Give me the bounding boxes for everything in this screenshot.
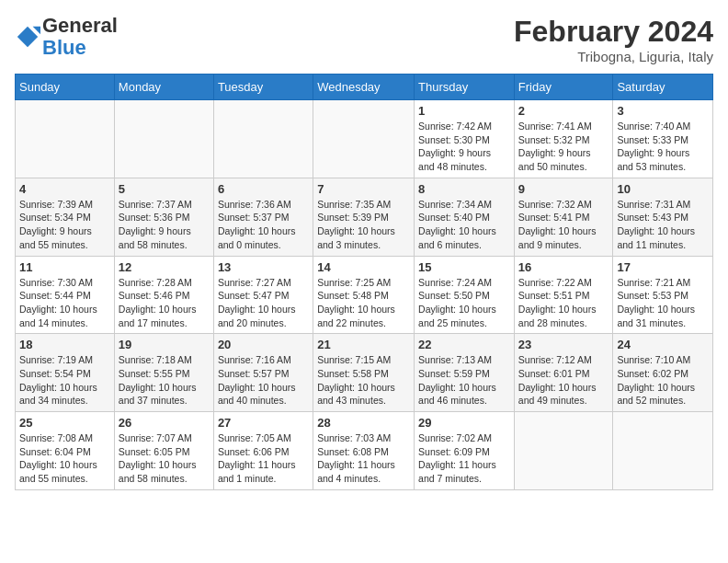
day-number: 15 bbox=[418, 260, 510, 274]
page-header: General Blue February 2024 Tribogna, Lig… bbox=[15, 15, 713, 64]
day-info: Sunrise: 7:35 AM Sunset: 5:39 PM Dayligh… bbox=[317, 198, 410, 252]
calendar-cell: 15Sunrise: 7:24 AM Sunset: 5:50 PM Dayli… bbox=[415, 256, 515, 334]
day-number: 3 bbox=[617, 104, 709, 118]
day-number: 27 bbox=[218, 416, 309, 430]
day-info: Sunrise: 7:27 AM Sunset: 5:47 PM Dayligh… bbox=[218, 276, 309, 330]
day-info: Sunrise: 7:36 AM Sunset: 5:37 PM Dayligh… bbox=[218, 198, 309, 252]
day-number: 14 bbox=[317, 260, 410, 274]
day-number: 4 bbox=[19, 182, 110, 196]
day-info: Sunrise: 7:41 AM Sunset: 5:32 PM Dayligh… bbox=[518, 120, 609, 174]
day-info: Sunrise: 7:21 AM Sunset: 5:53 PM Dayligh… bbox=[617, 276, 709, 330]
location: Tribogna, Liguria, Italy bbox=[514, 49, 713, 64]
day-info: Sunrise: 7:07 AM Sunset: 6:05 PM Dayligh… bbox=[119, 431, 210, 486]
day-number: 9 bbox=[518, 182, 609, 196]
calendar-cell: 4Sunrise: 7:39 AM Sunset: 5:34 PM Daylig… bbox=[16, 178, 115, 256]
day-number: 24 bbox=[617, 338, 709, 351]
day-info: Sunrise: 7:34 AM Sunset: 5:40 PM Dayligh… bbox=[418, 198, 510, 252]
header-day: Wednesday bbox=[313, 75, 415, 100]
calendar-cell: 23Sunrise: 7:12 AM Sunset: 6:01 PM Dayli… bbox=[514, 334, 613, 412]
calendar-cell: 29Sunrise: 7:02 AM Sunset: 6:09 PM Dayli… bbox=[415, 412, 515, 490]
day-number: 17 bbox=[617, 260, 709, 274]
header-row: SundayMondayTuesdayWednesdayThursdayFrid… bbox=[16, 75, 713, 100]
day-number: 16 bbox=[518, 260, 609, 274]
calendar-cell: 22Sunrise: 7:13 AM Sunset: 5:59 PM Dayli… bbox=[415, 334, 515, 412]
calendar-week: 18Sunrise: 7:19 AM Sunset: 5:54 PM Dayli… bbox=[16, 334, 713, 412]
day-number: 12 bbox=[119, 260, 210, 274]
calendar-cell bbox=[114, 100, 213, 178]
day-number: 1 bbox=[418, 104, 510, 118]
calendar-cell: 1Sunrise: 7:42 AM Sunset: 5:30 PM Daylig… bbox=[415, 100, 515, 178]
header-day: Sunday bbox=[16, 75, 115, 100]
calendar-cell: 9Sunrise: 7:32 AM Sunset: 5:41 PM Daylig… bbox=[514, 178, 613, 256]
svg-marker-0 bbox=[17, 27, 38, 47]
day-info: Sunrise: 7:37 AM Sunset: 5:36 PM Dayligh… bbox=[119, 198, 210, 252]
day-info: Sunrise: 7:19 AM Sunset: 5:54 PM Dayligh… bbox=[19, 353, 110, 408]
title-area: February 2024 Tribogna, Liguria, Italy bbox=[514, 15, 713, 64]
calendar-cell bbox=[313, 100, 415, 178]
calendar-cell: 18Sunrise: 7:19 AM Sunset: 5:54 PM Dayli… bbox=[16, 334, 115, 412]
header-day: Tuesday bbox=[213, 75, 313, 100]
day-info: Sunrise: 7:05 AM Sunset: 6:06 PM Dayligh… bbox=[218, 431, 309, 486]
day-number: 26 bbox=[119, 416, 210, 430]
calendar-cell: 21Sunrise: 7:15 AM Sunset: 5:58 PM Dayli… bbox=[313, 334, 415, 412]
day-info: Sunrise: 7:18 AM Sunset: 5:55 PM Dayligh… bbox=[119, 353, 210, 408]
day-number: 8 bbox=[418, 182, 510, 196]
day-info: Sunrise: 7:22 AM Sunset: 5:51 PM Dayligh… bbox=[518, 276, 609, 330]
calendar-cell: 13Sunrise: 7:27 AM Sunset: 5:47 PM Dayli… bbox=[213, 256, 313, 334]
calendar-cell: 14Sunrise: 7:25 AM Sunset: 5:48 PM Dayli… bbox=[313, 256, 415, 334]
day-info: Sunrise: 7:02 AM Sunset: 6:09 PM Dayligh… bbox=[418, 431, 510, 486]
calendar-cell bbox=[514, 412, 613, 490]
calendar-week: 4Sunrise: 7:39 AM Sunset: 5:34 PM Daylig… bbox=[16, 178, 713, 256]
day-info: Sunrise: 7:25 AM Sunset: 5:48 PM Dayligh… bbox=[317, 276, 410, 330]
logo-general-text: General bbox=[42, 14, 118, 37]
calendar-cell: 27Sunrise: 7:05 AM Sunset: 6:06 PM Dayli… bbox=[213, 412, 313, 490]
day-number: 28 bbox=[317, 416, 410, 430]
calendar-week: 11Sunrise: 7:30 AM Sunset: 5:44 PM Dayli… bbox=[16, 256, 713, 334]
calendar-cell: 24Sunrise: 7:10 AM Sunset: 6:02 PM Dayli… bbox=[613, 334, 713, 412]
calendar-cell: 11Sunrise: 7:30 AM Sunset: 5:44 PM Dayli… bbox=[16, 256, 115, 334]
calendar-cell: 2Sunrise: 7:41 AM Sunset: 5:32 PM Daylig… bbox=[514, 100, 613, 178]
day-info: Sunrise: 7:30 AM Sunset: 5:44 PM Dayligh… bbox=[19, 276, 110, 330]
calendar-cell: 5Sunrise: 7:37 AM Sunset: 5:36 PM Daylig… bbox=[114, 178, 213, 256]
day-number: 13 bbox=[218, 260, 309, 274]
day-number: 22 bbox=[418, 338, 510, 351]
logo-icon bbox=[15, 24, 40, 50]
day-info: Sunrise: 7:42 AM Sunset: 5:30 PM Dayligh… bbox=[418, 120, 510, 174]
day-info: Sunrise: 7:13 AM Sunset: 5:59 PM Dayligh… bbox=[418, 353, 510, 408]
logo-blue-text: Blue bbox=[42, 36, 86, 59]
calendar-header: SundayMondayTuesdayWednesdayThursdayFrid… bbox=[16, 75, 713, 100]
calendar-cell: 3Sunrise: 7:40 AM Sunset: 5:33 PM Daylig… bbox=[613, 100, 713, 178]
calendar-week: 1Sunrise: 7:42 AM Sunset: 5:30 PM Daylig… bbox=[16, 100, 713, 178]
day-number: 21 bbox=[317, 338, 410, 351]
logo: General Blue bbox=[15, 15, 118, 59]
day-number: 6 bbox=[218, 182, 309, 196]
calendar-cell: 17Sunrise: 7:21 AM Sunset: 5:53 PM Dayli… bbox=[613, 256, 713, 334]
day-info: Sunrise: 7:16 AM Sunset: 5:57 PM Dayligh… bbox=[218, 353, 309, 408]
day-info: Sunrise: 7:39 AM Sunset: 5:34 PM Dayligh… bbox=[19, 198, 110, 252]
day-info: Sunrise: 7:40 AM Sunset: 5:33 PM Dayligh… bbox=[617, 120, 709, 174]
day-info: Sunrise: 7:10 AM Sunset: 6:02 PM Dayligh… bbox=[617, 353, 709, 408]
day-info: Sunrise: 7:32 AM Sunset: 5:41 PM Dayligh… bbox=[518, 198, 609, 252]
day-number: 20 bbox=[218, 338, 309, 351]
calendar-cell: 12Sunrise: 7:28 AM Sunset: 5:46 PM Dayli… bbox=[114, 256, 213, 334]
calendar-cell: 20Sunrise: 7:16 AM Sunset: 5:57 PM Dayli… bbox=[213, 334, 313, 412]
header-day: Thursday bbox=[415, 75, 515, 100]
day-info: Sunrise: 7:15 AM Sunset: 5:58 PM Dayligh… bbox=[317, 353, 410, 408]
day-number: 7 bbox=[317, 182, 410, 196]
month-title: February 2024 bbox=[514, 15, 713, 49]
day-number: 19 bbox=[119, 338, 210, 351]
day-info: Sunrise: 7:31 AM Sunset: 5:43 PM Dayligh… bbox=[617, 198, 709, 252]
day-number: 10 bbox=[617, 182, 709, 196]
calendar-cell bbox=[613, 412, 713, 490]
day-number: 2 bbox=[518, 104, 609, 118]
calendar-cell: 16Sunrise: 7:22 AM Sunset: 5:51 PM Dayli… bbox=[514, 256, 613, 334]
day-number: 5 bbox=[119, 182, 210, 196]
header-day: Friday bbox=[514, 75, 613, 100]
day-number: 11 bbox=[19, 260, 110, 274]
header-day: Saturday bbox=[613, 75, 713, 100]
day-info: Sunrise: 7:08 AM Sunset: 6:04 PM Dayligh… bbox=[19, 431, 110, 486]
calendar-cell: 28Sunrise: 7:03 AM Sunset: 6:08 PM Dayli… bbox=[313, 412, 415, 490]
calendar-cell bbox=[16, 100, 115, 178]
day-number: 23 bbox=[518, 338, 609, 351]
day-info: Sunrise: 7:03 AM Sunset: 6:08 PM Dayligh… bbox=[317, 431, 410, 486]
